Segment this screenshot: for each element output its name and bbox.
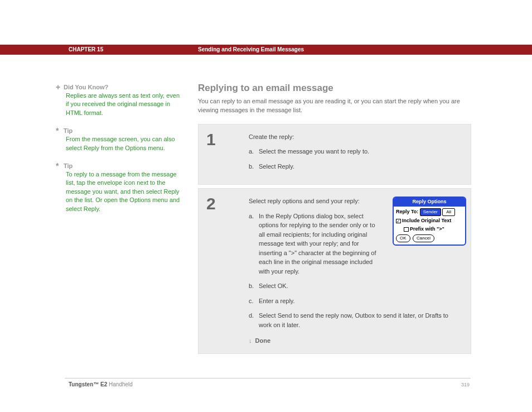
tip-block: *Tip From the message screen, you can al…: [56, 127, 184, 152]
tip-block: *Tip To reply to a message from the mess…: [56, 162, 184, 213]
tip-label: Tip: [64, 127, 72, 134]
include-checkbox[interactable]: ✓: [396, 219, 401, 223]
main-content: Replying to an email message You can rep…: [198, 83, 471, 357]
prefix-label: Prefix with ">": [410, 226, 444, 232]
all-button[interactable]: All: [442, 208, 455, 216]
reply-options-dialog: Reply Options Reply To: Sender All ✓Incl…: [393, 197, 466, 246]
chapter-label: CHAPTER 15: [69, 45, 103, 55]
done-label: Done: [255, 337, 271, 344]
section-intro: You can reply to an email message as you…: [198, 97, 471, 115]
page-number: 319: [461, 382, 470, 387]
step-number: 1: [206, 130, 216, 149]
prefix-checkbox[interactable]: [404, 227, 409, 232]
substep: b.Select OK.: [249, 281, 462, 291]
substep: a.Select the message you want to reply t…: [249, 147, 462, 156]
cancel-button[interactable]: Cancel: [413, 234, 434, 242]
down-arrow-icon: ↓: [249, 337, 252, 344]
step-2: 2 Select reply options and send your rep…: [198, 188, 471, 354]
substep: a.In the Reply Options dialog box, selec…: [249, 212, 383, 276]
sender-button[interactable]: Sender: [420, 208, 441, 216]
reply-to-label: Reply To:: [396, 209, 418, 214]
chapter-title: Sending and Receiving Email Messages: [198, 45, 304, 55]
substep: c.Enter a reply.: [249, 296, 462, 306]
include-label: Include Original Text: [402, 218, 451, 223]
dialog-title: Reply Options: [394, 198, 465, 207]
tip-body: To reply to a message from the message l…: [66, 170, 184, 213]
chapter-header: CHAPTER 15 Sending and Receiving Email M…: [0, 45, 532, 55]
footer-product: Tungsten™ E2 Handheld: [69, 381, 133, 387]
tip-label: Tip: [64, 162, 72, 169]
tip-body: Replies are always sent as text only, ev…: [66, 92, 184, 117]
tip-body: From the message screen, you can also se…: [66, 135, 184, 152]
substep: b.Select Reply.: [249, 162, 462, 171]
ok-button[interactable]: OK: [396, 234, 410, 242]
done-row: ↓Done: [249, 336, 462, 346]
asterisk-icon: *: [56, 127, 64, 134]
substep: d.Select Send to send the reply now, Out…: [249, 311, 462, 329]
step-lead: Create the reply:: [249, 132, 462, 142]
footer-divider: [65, 378, 471, 379]
step-number: 2: [206, 194, 216, 213]
section-title: Replying to an email message: [198, 83, 471, 94]
sidebar: +Did You Know? Replies are always sent a…: [56, 84, 184, 223]
tip-label: Did You Know?: [64, 84, 108, 90]
step-1: 1 Create the reply: a.Select the message…: [198, 124, 471, 185]
did-you-know-block: +Did You Know? Replies are always sent a…: [56, 84, 184, 117]
plus-icon: +: [56, 84, 64, 90]
asterisk-icon: *: [56, 162, 64, 169]
